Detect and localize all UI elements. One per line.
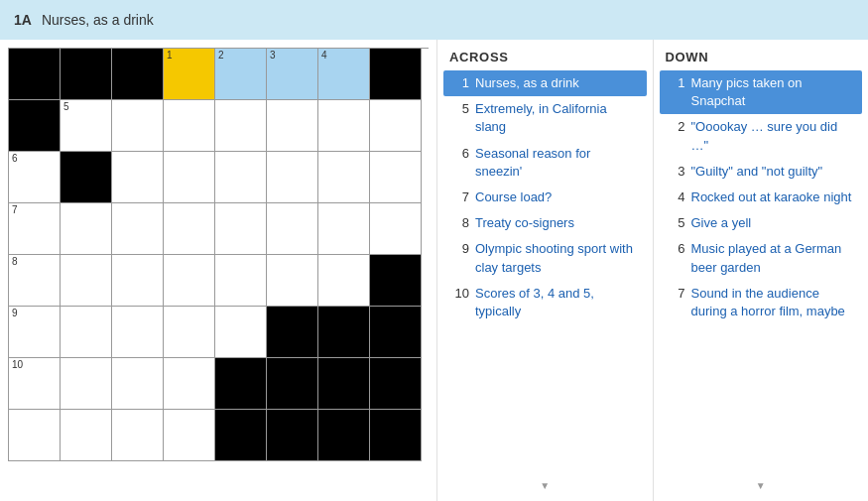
cell-r7c6[interactable] bbox=[267, 358, 318, 410]
cell-r7c7[interactable] bbox=[318, 358, 370, 410]
across-title: ACROSS bbox=[437, 46, 653, 70]
cell-r4c1[interactable]: 7 bbox=[9, 203, 61, 255]
cell-r4c4[interactable] bbox=[164, 203, 215, 255]
cell-r6c5[interactable] bbox=[215, 307, 267, 358]
cell-r2c5[interactable] bbox=[215, 100, 267, 152]
down-clue-item-4[interactable]: 4Rocked out at karaoke night bbox=[660, 185, 863, 210]
cell-r4c7[interactable] bbox=[318, 203, 370, 255]
cell-r6c6[interactable] bbox=[267, 307, 318, 358]
down-clue-item-6[interactable]: 6Music played at a German beer garden bbox=[660, 236, 863, 280]
cell-r2c7[interactable] bbox=[318, 100, 370, 152]
cell-r1c7[interactable]: 4 bbox=[318, 49, 370, 100]
clues-area: ACROSS 1Nurses, as a drink5Extremely, in… bbox=[436, 40, 868, 501]
cell-r8c4[interactable] bbox=[164, 410, 215, 461]
down-clue-num-1: 1 bbox=[666, 74, 685, 90]
cell-r3c5[interactable] bbox=[215, 152, 267, 203]
cell-r7c8[interactable] bbox=[370, 358, 422, 410]
cell-r6c4[interactable] bbox=[164, 307, 215, 358]
across-clue-item-7[interactable]: 7Course load? bbox=[443, 185, 647, 210]
cell-r5c7[interactable] bbox=[318, 255, 370, 307]
cell-r5c1[interactable]: 8 bbox=[9, 255, 61, 307]
cell-r2c2[interactable]: 5 bbox=[61, 100, 112, 152]
across-clue-item-8[interactable]: 8Treaty co-signers bbox=[443, 210, 647, 236]
cell-r1c6[interactable]: 3 bbox=[267, 49, 318, 100]
cell-r3c4[interactable] bbox=[164, 152, 215, 203]
across-clue-item-10[interactable]: 10Scores of 3, 4 and 5, typically bbox=[443, 281, 647, 324]
cell-r1c8[interactable] bbox=[370, 49, 422, 100]
active-clue-id: 1A bbox=[14, 12, 32, 28]
cell-r6c7[interactable] bbox=[318, 307, 370, 358]
cell-r6c1[interactable]: 9 bbox=[9, 307, 61, 358]
cell-r8c6[interactable] bbox=[267, 410, 318, 461]
cell-r3c8[interactable] bbox=[370, 152, 422, 203]
down-clue-text-2: "Ooookay … sure you did …" bbox=[691, 118, 857, 154]
down-clue-item-7[interactable]: 7Sound in the audience during a horror f… bbox=[660, 281, 863, 324]
cell-r1c1[interactable] bbox=[9, 49, 61, 100]
cell-r4c6[interactable] bbox=[267, 203, 318, 255]
cell-r2c4[interactable] bbox=[164, 100, 215, 152]
cell-r5c6[interactable] bbox=[267, 255, 318, 307]
cell-r4c2[interactable] bbox=[61, 203, 112, 255]
across-clue-item-9[interactable]: 9Olympic shooting sport with clay target… bbox=[443, 236, 647, 280]
cell-r3c1[interactable]: 6 bbox=[9, 152, 61, 203]
down-clue-num-5: 5 bbox=[666, 214, 685, 230]
down-clue-item-2[interactable]: 2"Ooookay … sure you did …" bbox=[660, 114, 863, 158]
across-clue-num-10: 10 bbox=[449, 285, 469, 301]
cell-r1c3[interactable] bbox=[112, 49, 164, 100]
cell-r4c5[interactable] bbox=[215, 203, 267, 255]
cell-r2c3[interactable] bbox=[112, 100, 164, 152]
cell-r1c5[interactable]: 2 bbox=[215, 49, 267, 100]
cell-r2c1[interactable] bbox=[9, 100, 61, 152]
cell-r5c3[interactable] bbox=[112, 255, 164, 307]
across-clue-text-5: Extremely, in California slang bbox=[475, 100, 641, 136]
across-clue-list[interactable]: 1Nurses, as a drink5Extremely, in Califo… bbox=[437, 70, 653, 476]
across-clue-item-1[interactable]: 1Nurses, as a drink bbox=[443, 70, 647, 96]
cell-r3c3[interactable] bbox=[112, 152, 164, 203]
down-clue-num-7: 7 bbox=[666, 285, 685, 301]
cell-r4c3[interactable] bbox=[112, 203, 164, 255]
crossword-grid: 1 2 3 4 5 6 bbox=[8, 48, 429, 461]
down-clue-item-3[interactable]: 3"Guilty" and "not guilty" bbox=[660, 159, 863, 185]
cell-r3c2[interactable] bbox=[61, 152, 112, 203]
cell-r5c4[interactable] bbox=[164, 255, 215, 307]
cell-r2c6[interactable] bbox=[267, 100, 318, 152]
across-clue-item-6[interactable]: 6Seasonal reason for sneezin' bbox=[443, 141, 647, 185]
cell-r7c5[interactable] bbox=[215, 358, 267, 410]
cell-r6c8[interactable] bbox=[370, 307, 422, 358]
clue-header: 1A Nurses, as a drink bbox=[0, 0, 868, 40]
cell-r8c3[interactable] bbox=[112, 410, 164, 461]
cell-r8c2[interactable] bbox=[61, 410, 112, 461]
down-clue-text-4: Rocked out at karaoke night bbox=[691, 188, 852, 206]
cell-r6c2[interactable] bbox=[61, 307, 112, 358]
across-clue-num-8: 8 bbox=[449, 214, 469, 230]
cell-r8c8[interactable] bbox=[370, 410, 422, 461]
cell-r1c4[interactable]: 1 bbox=[164, 49, 215, 100]
cell-r5c2[interactable] bbox=[61, 255, 112, 307]
cell-r6c3[interactable] bbox=[112, 307, 164, 358]
cell-r7c4[interactable] bbox=[164, 358, 215, 410]
down-clue-item-5[interactable]: 5Give a yell bbox=[660, 210, 863, 236]
cell-r7c2[interactable] bbox=[61, 358, 112, 410]
cell-r5c8[interactable] bbox=[370, 255, 422, 307]
across-clue-item-5[interactable]: 5Extremely, in California slang bbox=[443, 96, 647, 140]
cell-r3c7[interactable] bbox=[318, 152, 370, 203]
down-title: DOWN bbox=[654, 46, 869, 70]
down-clue-list[interactable]: 1Many pics taken on Snapchat2"Ooookay … … bbox=[654, 70, 869, 476]
cell-r3c6[interactable] bbox=[267, 152, 318, 203]
down-clue-text-5: Give a yell bbox=[691, 214, 752, 232]
cell-r7c1[interactable]: 10 bbox=[9, 358, 61, 410]
across-clue-text-8: Treaty co-signers bbox=[475, 214, 574, 232]
cell-r1c2[interactable] bbox=[61, 49, 112, 100]
cell-r4c8[interactable] bbox=[370, 203, 422, 255]
cell-r2c8[interactable] bbox=[370, 100, 422, 152]
cell-r7c3[interactable] bbox=[112, 358, 164, 410]
across-clue-text-9: Olympic shooting sport with clay targets bbox=[475, 240, 641, 276]
cell-number-4: 4 bbox=[321, 51, 327, 61]
down-clue-item-1[interactable]: 1Many pics taken on Snapchat bbox=[660, 70, 863, 114]
cell-r5c5[interactable] bbox=[215, 255, 267, 307]
cell-r8c5[interactable] bbox=[215, 410, 267, 461]
cell-r8c1[interactable] bbox=[9, 410, 61, 461]
cell-r8c7[interactable] bbox=[318, 410, 370, 461]
down-clue-num-4: 4 bbox=[666, 188, 685, 204]
cell-number-3: 3 bbox=[270, 51, 276, 61]
